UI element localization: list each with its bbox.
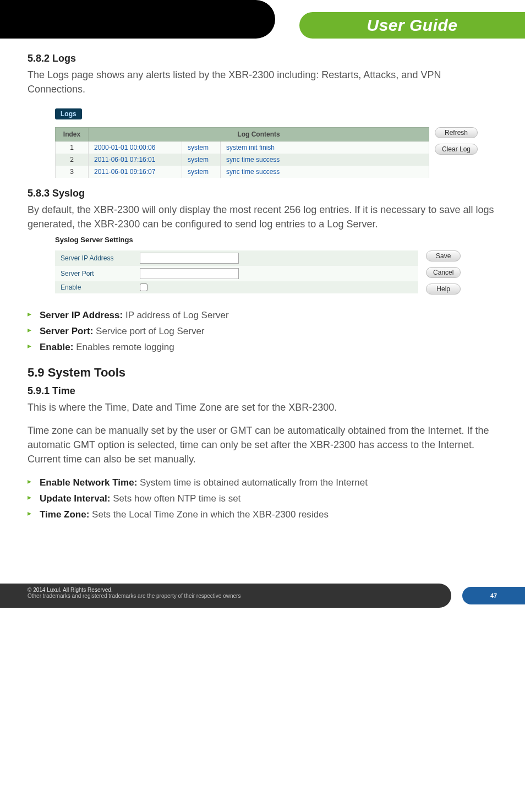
row1-index: 1 [56,141,89,154]
row2-src: system [182,154,221,166]
logs-table: Index Log Contents 1 2000-01-01 00:00:06… [55,127,429,178]
logs-screenshot: Logs Index Log Contents 1 2000-01-01 00:… [55,108,497,178]
heading-582: 5.8.2 Logs [28,53,497,64]
list-item: Enable Network Time: System time is obta… [28,475,497,491]
header-black-band [0,0,275,39]
header-title: User Guide [367,16,457,35]
list-item: Server Port: Service port of Log Server [28,324,497,340]
row2-index: 2 [56,154,89,166]
table-row: 1 2000-01-01 00:00:06 system system init… [56,141,429,154]
cancel-button[interactable]: Cancel [426,267,461,278]
para-591-2: Time zone can be manually set by the use… [28,423,497,466]
trademark-line: Other trademarks and registered trademar… [28,593,440,599]
save-button[interactable]: Save [426,250,461,261]
help-button[interactable]: Help [426,284,461,295]
col-index: Index [56,128,89,141]
label-enable: Enable [61,284,132,291]
page-number-badge: 47 [462,587,525,604]
row3-index: 3 [56,166,89,178]
refresh-button[interactable]: Refresh [435,127,478,138]
enable-checkbox[interactable] [140,284,147,291]
row3-ts: 2011-06-01 09:16:07 [89,166,182,178]
server-port-input[interactable] [140,268,239,279]
row3-src: system [182,166,221,178]
list-item: Server IP Address: IP address of Log Ser… [28,308,497,324]
para-582: The Logs page shows any alerts listed by… [28,68,497,96]
row3-msg: sync time success [221,166,429,178]
server-ip-input[interactable] [140,253,239,264]
clear-log-button[interactable]: Clear Log [435,144,478,155]
syslog-bullet-list: Server IP Address: IP address of Log Ser… [28,308,497,356]
para-583: By default, the XBR-2300 will only displ… [28,203,497,231]
row1-src: system [182,141,221,154]
list-item: Time Zone: Sets the Local Time Zone in w… [28,507,497,523]
page-number: 47 [490,592,497,599]
heading-59: 5.9 System Tools [28,366,497,380]
footer-left-band: © 2014 Luxul. All Rights Reserved. Other… [0,584,451,608]
row2-ts: 2011-06-01 07:16:01 [89,154,182,166]
logs-tab-chip: Logs [55,108,82,119]
row1-ts: 2000-01-01 00:00:06 [89,141,182,154]
label-server-ip: Server IP Address [61,254,132,262]
list-item: Enable: Enables remote logging [28,340,497,356]
time-bullet-list: Enable Network Time: System time is obta… [28,475,497,523]
page-header: User Guide [0,0,525,39]
col-contents: Log Contents [89,128,429,141]
heading-591: 5.9.1 Time [28,385,497,397]
list-item: Update Interval: Sets how often NTP time… [28,491,497,507]
heading-583: 5.8.3 Syslog [28,188,497,199]
header-green-band: User Guide [299,12,525,39]
para-591-1: This is where the Time, Date and Time Zo… [28,400,497,415]
table-row: 3 2011-06-01 09:16:07 system sync time s… [56,166,429,178]
row1-msg: system init finish [221,141,429,154]
row2-msg: sync time success [221,154,429,166]
syslog-screenshot: Server IP Address Server Port Enable Sav… [55,250,497,295]
table-row: 2 2011-06-01 07:16:01 system sync time s… [56,154,429,166]
label-server-port: Server Port [61,270,132,277]
page-footer: © 2014 Luxul. All Rights Reserved. Other… [0,578,525,608]
copyright-line: © 2014 Luxul. All Rights Reserved. [28,587,440,593]
syslog-settings-title: Syslog Server Settings [55,236,497,244]
